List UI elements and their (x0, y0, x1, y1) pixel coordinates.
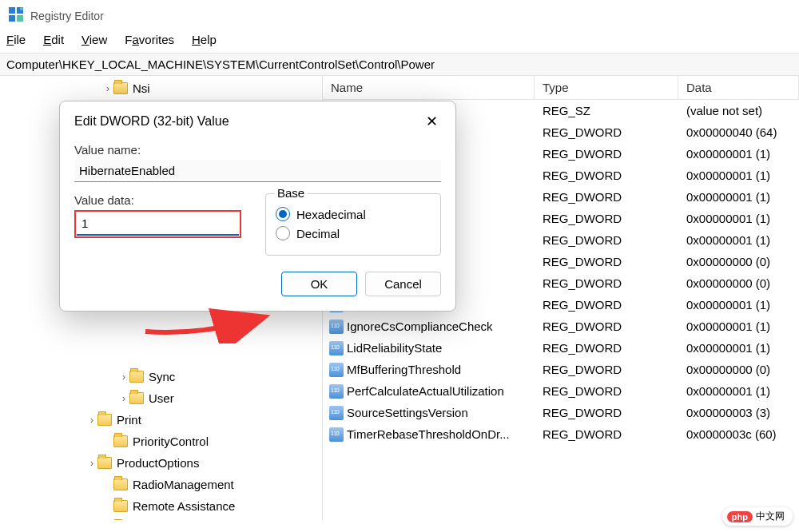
value-data-highlight (74, 210, 241, 238)
tree-item[interactable]: ›ProductOptions (0, 452, 322, 474)
value-data: 0x00000001 (1) (678, 233, 799, 247)
folder-icon (97, 414, 112, 426)
value-type: REG_DWORD (535, 169, 678, 182)
value-data-input[interactable] (77, 212, 239, 236)
list-row[interactable]: TimerRebaseThresholdOnDr...REG_DWORD0x00… (323, 423, 799, 445)
menu-favorites[interactable]: Favorites (125, 33, 174, 46)
radio-hexadecimal[interactable]: Hexadecimal (276, 207, 431, 221)
col-header-name[interactable]: Name (323, 76, 535, 99)
value-data: 0x00000000 (0) (678, 363, 799, 376)
value-data: 0x00000001 (1) (678, 320, 799, 333)
value-data: 0x00000001 (1) (678, 298, 799, 312)
tree-item[interactable]: RetailDemo (0, 517, 322, 520)
radio-icon (276, 207, 290, 221)
close-icon[interactable]: ✕ (421, 111, 443, 132)
list-row[interactable]: LidReliabilityStateREG_DWORD0x00000001 (… (323, 337, 799, 359)
cancel-button[interactable]: Cancel (365, 272, 441, 296)
value-type: REG_DWORD (535, 212, 678, 225)
value-data: 0x00000001 (1) (678, 169, 799, 182)
value-type: REG_DWORD (535, 125, 678, 139)
value-type: REG_SZ (535, 104, 678, 117)
value-name: SourceSettingsVersion (347, 406, 468, 419)
tree-item[interactable]: ›User (0, 387, 322, 409)
dialog-title: Edit DWORD (32-bit) Value (74, 114, 229, 129)
value-type: REG_DWORD (535, 190, 678, 204)
col-header-data[interactable]: Data (678, 76, 799, 99)
titlebar: Registry Editor (0, 0, 799, 30)
chevron-icon: › (118, 371, 129, 383)
radio-icon (276, 226, 290, 240)
svg-rect-2 (9, 15, 15, 22)
value-data-label: Value data: (74, 193, 241, 207)
svg-rect-0 (9, 7, 15, 14)
app-icon (8, 6, 24, 25)
menu-view[interactable]: View (81, 33, 107, 46)
tree-item-label: Nsi (133, 81, 150, 95)
tree-item-label: ProductOptions (117, 456, 199, 470)
svg-point-4 (20, 7, 23, 10)
tree-item[interactable]: Remote Assistance (0, 495, 322, 517)
tree-item-label: Remote Assistance (133, 499, 235, 513)
tree-item[interactable]: ›Sync (0, 366, 322, 387)
folder-icon (113, 435, 128, 447)
window-title: Registry Editor (30, 10, 104, 22)
tree-item[interactable]: PriorityControl (0, 431, 322, 452)
value-data: 0x00000001 (1) (678, 147, 799, 161)
base-label: Base (274, 186, 308, 200)
svg-rect-3 (17, 15, 23, 22)
folder-icon (113, 478, 128, 490)
value-type: REG_DWORD (535, 363, 678, 376)
tree-item-label: User (149, 391, 174, 405)
list-row[interactable]: PerfCalculateActualUtilizationREG_DWORD0… (323, 380, 799, 402)
radio-decimal[interactable]: Decimal (276, 226, 431, 240)
folder-icon (113, 500, 128, 512)
value-name: LidReliabilityState (347, 341, 442, 355)
value-name: PerfCalculateActualUtilization (347, 384, 504, 398)
value-type: REG_DWORD (535, 298, 678, 312)
watermark-text: 中文网 (756, 510, 785, 523)
menu-edit[interactable]: Edit (43, 33, 64, 46)
value-data: 0x00000001 (1) (678, 341, 799, 355)
value-data: 0x00000000 (0) (678, 276, 799, 290)
menu-file[interactable]: File (6, 33, 26, 46)
value-type: REG_DWORD (535, 427, 678, 441)
value-name-input[interactable] (74, 160, 441, 182)
edit-dword-dialog: Edit DWORD (32-bit) Value ✕ Value name: … (59, 101, 456, 312)
dword-value-icon (329, 384, 344, 399)
tree-item[interactable]: ›Nsi (0, 77, 322, 99)
value-data: 0x00000001 (1) (678, 212, 799, 225)
list-row[interactable]: MfBufferingThresholdREG_DWORD0x00000000 … (323, 359, 799, 380)
dword-value-icon (329, 406, 344, 420)
value-type: REG_DWORD (535, 233, 678, 247)
folder-icon (129, 371, 144, 383)
dword-value-icon (329, 427, 344, 442)
ok-button[interactable]: OK (281, 272, 357, 296)
watermark: php 中文网 (722, 507, 793, 526)
value-type: REG_DWORD (535, 406, 678, 419)
base-groupbox: Base Hexadecimal Decimal (265, 193, 441, 256)
value-type: REG_DWORD (535, 147, 678, 161)
folder-icon (97, 457, 112, 469)
tree-item[interactable]: RadioManagement (0, 474, 322, 495)
value-data: 0x00000040 (64) (678, 125, 799, 139)
chevron-icon: › (86, 415, 97, 426)
value-name-label: Value name: (74, 143, 441, 157)
value-name: TimerRebaseThresholdOnDr... (347, 427, 510, 441)
value-data: 0x00000001 (1) (678, 384, 799, 398)
value-data: 0x0000003c (60) (678, 427, 799, 441)
value-data: 0x00000003 (3) (678, 406, 799, 419)
col-header-type[interactable]: Type (535, 76, 678, 99)
address-bar[interactable]: Computer\HKEY_LOCAL_MACHINE\SYSTEM\Curre… (0, 53, 799, 76)
menu-help[interactable]: Help (192, 33, 217, 46)
list-row[interactable]: IgnoreCsComplianceCheckREG_DWORD0x000000… (323, 316, 799, 337)
list-header: Name Type Data (323, 76, 799, 100)
list-row[interactable]: SourceSettingsVersionREG_DWORD0x00000003… (323, 402, 799, 423)
tree-item-label: RadioManagement (133, 478, 234, 491)
value-type: REG_DWORD (535, 255, 678, 268)
tree-item-label: Print (117, 413, 141, 427)
chevron-icon: › (102, 83, 113, 94)
tree-item[interactable]: ›Print (0, 409, 322, 431)
value-type: REG_DWORD (535, 320, 678, 333)
chevron-icon: › (118, 393, 129, 404)
value-data: (value not set) (678, 104, 799, 117)
